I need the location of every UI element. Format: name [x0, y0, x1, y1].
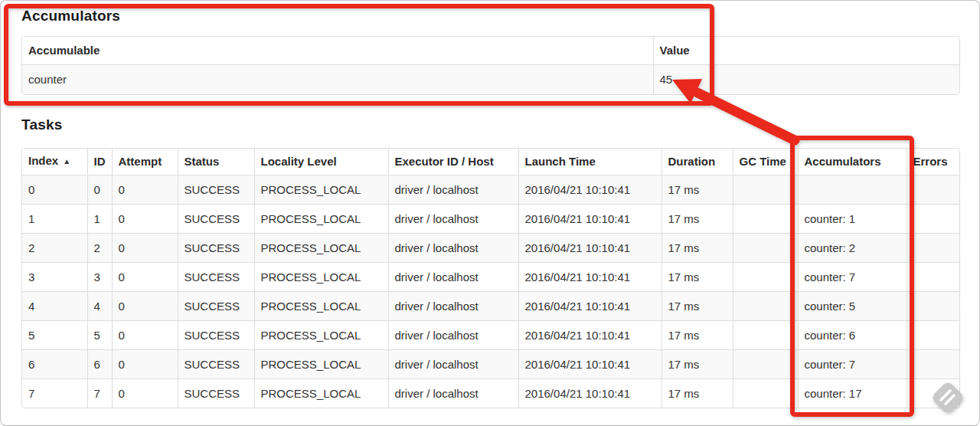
- sort-ascending-icon: ▲: [63, 157, 70, 165]
- cell-accumulators: counter: 7: [798, 350, 906, 379]
- cell-errors: [906, 175, 959, 205]
- cell-accumulators: counter: 17: [798, 379, 906, 408]
- cell-id: 0: [87, 175, 112, 205]
- cell-executor-id-host: driver / localhost: [388, 321, 518, 350]
- cell-executor-id-host: driver / localhost: [388, 263, 518, 292]
- cell-locality-level: PROCESS_LOCAL: [254, 379, 388, 408]
- cell-index: 0: [22, 175, 87, 205]
- cell-errors: [906, 292, 959, 321]
- cell-accumulable: counter: [22, 65, 653, 95]
- header-row: Index▲IDAttemptStatusLocality LevelExecu…: [22, 149, 959, 175]
- cell-status: SUCCESS: [178, 321, 254, 350]
- cell-index: 5: [22, 321, 87, 350]
- column-header-index[interactable]: Index▲: [22, 149, 87, 175]
- cell-gc-time: [733, 175, 798, 205]
- cell-errors: [906, 263, 959, 292]
- cell-id: 3: [87, 263, 112, 292]
- cell-status: SUCCESS: [178, 175, 254, 205]
- cell-attempt: 0: [112, 379, 178, 408]
- column-header-errors[interactable]: Errors: [906, 149, 959, 175]
- cell-id: 2: [87, 234, 112, 263]
- tasks-table: Index▲IDAttemptStatusLocality LevelExecu…: [21, 148, 960, 408]
- cell-gc-time: [733, 205, 798, 234]
- cell-executor-id-host: driver / localhost: [388, 379, 518, 408]
- column-header-label: GC Time: [740, 155, 786, 168]
- cell-locality-level: PROCESS_LOCAL: [254, 205, 388, 234]
- cell-gc-time: [733, 292, 798, 321]
- cell-gc-time: [733, 379, 798, 408]
- cell-gc-time: [733, 234, 798, 263]
- table-row: 770SUCCESSPROCESS_LOCALdriver / localhos…: [22, 379, 959, 408]
- cell-gc-time: [733, 350, 798, 379]
- cell-errors: [906, 321, 959, 350]
- cell-locality-level: PROCESS_LOCAL: [254, 321, 388, 350]
- cell-errors: [906, 205, 959, 234]
- cell-accumulators: counter: 2: [798, 234, 906, 263]
- cell-status: SUCCESS: [178, 263, 254, 292]
- column-header-label: Attempt: [119, 155, 162, 168]
- table-row: 440SUCCESSPROCESS_LOCALdriver / localhos…: [22, 292, 959, 321]
- cell-status: SUCCESS: [178, 292, 254, 321]
- cell-duration: 17 ms: [662, 234, 733, 263]
- column-header-attempt[interactable]: Attempt: [112, 149, 178, 175]
- cell-attempt: 0: [112, 292, 178, 321]
- cell-launch-time: 2016/04/21 10:10:41: [518, 379, 662, 408]
- cell-attempt: 0: [112, 263, 178, 292]
- spark-stage-detail-page: Accumulators AccumulableValuecounter45 T…: [0, 0, 980, 426]
- cell-errors: [906, 350, 959, 379]
- column-header-accumulators[interactable]: Accumulators: [798, 149, 906, 175]
- column-header-status[interactable]: Status: [178, 149, 254, 175]
- cell-id: 6: [87, 350, 112, 379]
- column-header-label: ID: [94, 155, 106, 168]
- column-header-duration[interactable]: Duration: [662, 149, 733, 175]
- column-header-label: Locality Level: [261, 155, 337, 168]
- annotation-arrow-shaft: [697, 93, 795, 140]
- column-header-gc-time[interactable]: GC Time: [733, 149, 798, 175]
- cell-status: SUCCESS: [178, 205, 254, 234]
- column-header-accumulable[interactable]: Accumulable: [22, 37, 653, 65]
- cell-gc-time: [733, 263, 798, 292]
- cell-errors: [906, 234, 959, 263]
- cell-launch-time: 2016/04/21 10:10:41: [518, 263, 662, 292]
- cell-launch-time: 2016/04/21 10:10:41: [518, 321, 662, 350]
- cell-attempt: 0: [112, 350, 178, 379]
- cell-status: SUCCESS: [178, 379, 254, 408]
- cell-id: 1: [87, 205, 112, 234]
- cell-accumulators: counter: 7: [798, 263, 906, 292]
- cell-accumulators: counter: 1: [798, 205, 906, 234]
- cell-index: 7: [22, 379, 87, 408]
- table-row: 330SUCCESSPROCESS_LOCALdriver / localhos…: [22, 263, 959, 292]
- table-row: 550SUCCESSPROCESS_LOCALdriver / localhos…: [22, 321, 959, 350]
- cell-locality-level: PROCESS_LOCAL: [254, 263, 388, 292]
- cell-value: 45: [653, 65, 959, 95]
- cell-accumulators: [798, 175, 906, 205]
- cell-executor-id-host: driver / localhost: [388, 292, 518, 321]
- column-header-launch-time[interactable]: Launch Time: [518, 149, 662, 175]
- table-row: 660SUCCESSPROCESS_LOCALdriver / localhos…: [22, 350, 959, 379]
- column-header-label: Accumulable: [28, 44, 100, 57]
- cell-executor-id-host: driver / localhost: [388, 175, 518, 205]
- column-header-label: Status: [185, 155, 220, 168]
- column-header-value[interactable]: Value: [653, 37, 959, 65]
- cell-accumulators: counter: 5: [798, 292, 906, 321]
- cell-status: SUCCESS: [178, 234, 254, 263]
- cell-attempt: 0: [112, 321, 178, 350]
- cell-launch-time: 2016/04/21 10:10:41: [518, 175, 662, 205]
- table-row: counter45: [22, 65, 959, 95]
- column-header-id[interactable]: ID: [87, 149, 112, 175]
- column-header-locality-level[interactable]: Locality Level: [254, 149, 388, 175]
- cell-launch-time: 2016/04/21 10:10:41: [518, 350, 662, 379]
- cell-errors: [906, 379, 959, 408]
- cell-id: 4: [87, 292, 112, 321]
- column-header-label: Launch Time: [525, 155, 596, 168]
- column-header-label: Accumulators: [805, 155, 881, 168]
- cell-id: 5: [87, 321, 112, 350]
- cell-duration: 17 ms: [662, 350, 733, 379]
- cell-duration: 17 ms: [662, 292, 733, 321]
- column-header-executor-id-host[interactable]: Executor ID / Host: [388, 149, 518, 175]
- cell-duration: 17 ms: [662, 321, 733, 350]
- table-row: 220SUCCESSPROCESS_LOCALdriver / localhos…: [22, 234, 959, 263]
- tasks-section-heading: Tasks: [21, 116, 62, 133]
- column-header-label: Executor ID / Host: [395, 155, 494, 168]
- cell-executor-id-host: driver / localhost: [388, 234, 518, 263]
